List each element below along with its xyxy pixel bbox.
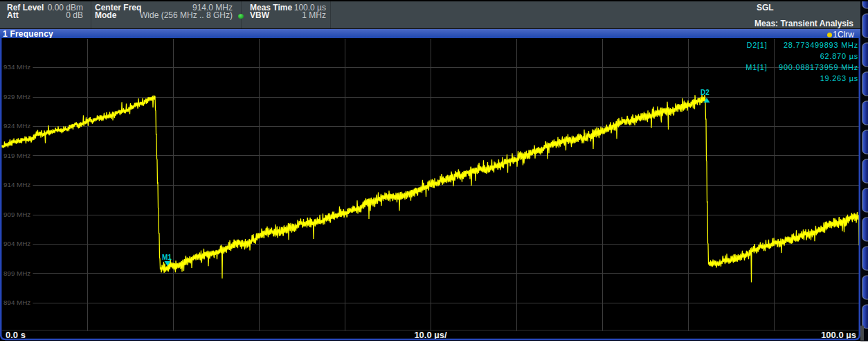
svg-text:M1: M1	[162, 254, 172, 261]
svg-text:28.773499893 MHz: 28.773499893 MHz	[784, 41, 858, 49]
svg-text:904 MHz: 904 MHz	[3, 240, 30, 247]
svg-text:894 MHz: 894 MHz	[3, 299, 30, 306]
svg-text:914 MHz: 914 MHz	[3, 181, 30, 188]
svg-text:D2[1]: D2[1]	[746, 41, 767, 49]
svg-text:62.870 µs: 62.870 µs	[820, 52, 858, 60]
svg-text:D2: D2	[700, 89, 709, 96]
svg-text:899 MHz: 899 MHz	[3, 269, 30, 277]
svg-text:919 MHz: 919 MHz	[3, 152, 30, 159]
svg-text:100.0 µs: 100.0 µs	[821, 330, 856, 340]
svg-text:10.0 µs/: 10.0 µs/	[414, 330, 447, 340]
svg-text:19.263 µs: 19.263 µs	[820, 74, 858, 82]
svg-text:924 MHz: 924 MHz	[3, 122, 30, 130]
svg-text:929 MHz: 929 MHz	[3, 93, 30, 100]
svg-text:909 MHz: 909 MHz	[3, 211, 30, 218]
svg-text:934 MHz: 934 MHz	[3, 63, 30, 71]
svg-text:M1[1]: M1[1]	[745, 63, 767, 71]
svg-text:900.088173959 MHz: 900.088173959 MHz	[779, 63, 858, 71]
svg-text:0.0 s: 0.0 s	[6, 330, 26, 340]
